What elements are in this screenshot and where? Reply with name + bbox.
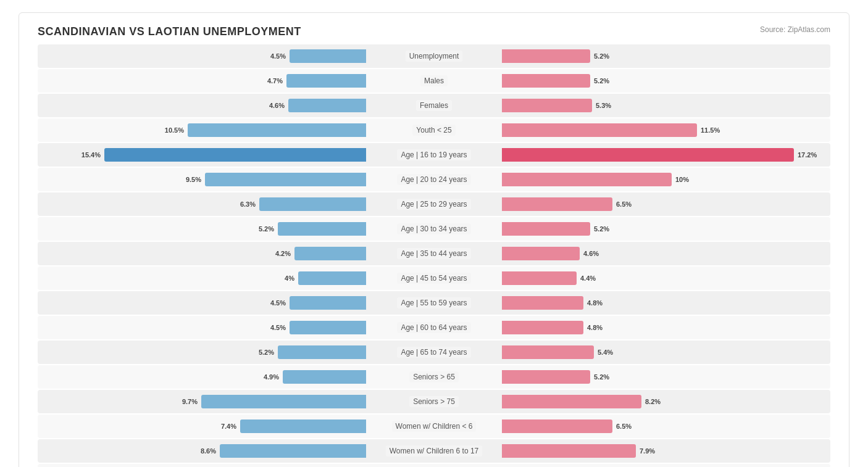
right-value: 4.8% [583, 299, 603, 307]
right-value: 17.2% [794, 151, 817, 159]
right-value: 5.2% [590, 77, 609, 85]
laotian-bar [502, 345, 594, 359]
scandinavian-bar [286, 74, 366, 88]
row-label: Youth < 25 [412, 125, 455, 136]
center-label-wrap: Women w/ Children < 6 [366, 421, 502, 432]
center-label-wrap: Age | 60 to 64 years [366, 322, 502, 333]
row-inner: 4% Age | 45 to 54 years 4.4% [38, 268, 830, 288]
center-label-wrap: Age | 25 to 29 years [366, 199, 502, 210]
left-value: 4.7% [267, 77, 286, 85]
center-label-wrap: Age | 16 to 19 years [366, 149, 502, 160]
row-label: Women w/ Children 6 to 17 [386, 445, 483, 457]
left-value: 5.2% [259, 225, 278, 233]
left-area: 7.4% [38, 416, 366, 436]
row-label: Seniors > 75 [409, 396, 459, 407]
right-value: 4.6% [580, 250, 599, 257]
right-area: 4.8% [502, 293, 830, 313]
row-inner: 4.2% Age | 35 to 44 years 4.6% [38, 244, 830, 263]
table-row: 4.7% Males 5.2% [38, 69, 830, 93]
center-label-wrap: Age | 30 to 34 years [366, 223, 502, 234]
left-area: 4.6% [38, 96, 366, 115]
table-row: 4.2% Age | 35 to 44 years 4.6% [38, 242, 830, 265]
left-area: 5.2% [38, 342, 366, 362]
right-area: 5.2% [502, 71, 830, 91]
left-area: 4.5% [38, 293, 366, 313]
table-row: 5.2% Age | 30 to 34 years 5.2% [38, 217, 830, 241]
right-value: 7.9% [636, 447, 655, 455]
table-row: 4.5% Age | 60 to 64 years 4.8% [38, 316, 830, 339]
row-inner: 4.6% Females 5.3% [38, 96, 830, 115]
center-label-wrap: Age | 65 to 74 years [366, 347, 502, 358]
scandinavian-bar [294, 247, 366, 260]
table-row: 4.9% Seniors > 65 5.2% [38, 365, 830, 389]
row-label: Age | 45 to 54 years [397, 273, 470, 284]
scandinavian-bar [278, 345, 366, 359]
left-area: 4.5% [38, 46, 366, 66]
center-label-wrap: Seniors > 65 [366, 371, 502, 382]
scandinavian-bar [288, 99, 366, 112]
table-row: 4.6% Females 5.3% [38, 94, 830, 117]
right-area: 5.3% [502, 96, 830, 115]
row-inner: 4.9% Seniors > 65 5.2% [38, 367, 830, 387]
center-label-wrap: Age | 45 to 54 years [366, 273, 502, 284]
table-row: 4.5% Age | 55 to 59 years 4.8% [38, 291, 830, 315]
right-area: 17.2% [502, 145, 830, 165]
row-inner: 5.2% Age | 30 to 34 years 5.2% [38, 219, 830, 239]
center-label-wrap: Seniors > 75 [366, 396, 502, 407]
left-value: 4.5% [270, 324, 290, 331]
row-inner: 9.7% Seniors > 75 8.2% [38, 392, 830, 411]
scandinavian-bar [205, 173, 366, 186]
right-value: 5.2% [590, 225, 609, 233]
right-area: 8.2% [502, 392, 830, 411]
left-value: 15.4% [81, 151, 104, 159]
scandinavian-bar [240, 419, 366, 433]
scandinavian-bar [201, 395, 366, 408]
scandinavian-bar [220, 444, 366, 458]
row-inner: 15.4% Age | 16 to 19 years 17.2% [38, 145, 830, 165]
row-label: Age | 20 to 24 years [397, 174, 470, 185]
left-value: 4.9% [264, 373, 283, 381]
right-value: 6.5% [612, 423, 632, 430]
center-label-wrap: Age | 35 to 44 years [366, 248, 502, 259]
laotian-bar [502, 222, 590, 236]
row-inner: 9.5% Age | 20 to 24 years 10% [38, 170, 830, 189]
right-value: 4.4% [577, 275, 596, 282]
laotian-bar [502, 74, 590, 88]
right-area: 4.6% [502, 244, 830, 263]
scandinavian-bar [188, 123, 366, 137]
left-value: 4.6% [269, 102, 288, 109]
right-area: 5.2% [502, 46, 830, 66]
right-value: 5.2% [590, 52, 609, 60]
laotian-bar [502, 99, 592, 112]
laotian-bar [502, 49, 590, 63]
row-label: Unemployment [406, 51, 463, 62]
table-row: 4.5% Unemployment 5.2% [38, 44, 830, 68]
right-value: 6.5% [612, 200, 632, 208]
left-area: 5.2% [38, 219, 366, 239]
row-inner: 4.7% Males 5.2% [38, 71, 830, 91]
left-value: 9.7% [182, 398, 201, 405]
row-label: Age | 35 to 44 years [397, 248, 470, 259]
scandinavian-bar [278, 222, 366, 236]
table-row: 7.4% Women w/ Children < 6 6.5% [38, 415, 830, 438]
right-area: 5.2% [502, 219, 830, 239]
right-area: 5.2% [502, 367, 830, 387]
row-label: Females [416, 100, 452, 111]
left-area: 15.4% [38, 145, 366, 165]
left-area: 4.9% [38, 367, 366, 387]
laotian-bar [502, 444, 636, 458]
right-value: 11.5% [697, 126, 720, 134]
right-area: 4.4% [502, 268, 830, 288]
table-row: 10.5% Youth < 25 11.5% [38, 118, 830, 142]
center-label-wrap: Males [366, 75, 502, 86]
row-inner: 4.5% Age | 55 to 59 years 4.8% [38, 293, 830, 313]
center-label-wrap: Females [366, 100, 502, 111]
row-inner: 10.5% Youth < 25 11.5% [38, 120, 830, 140]
row-inner: 8.6% Women w/ Children 6 to 17 7.9% [38, 441, 830, 461]
row-inner: 4.5% Unemployment 5.2% [38, 46, 830, 66]
right-value: 10% [672, 176, 689, 183]
scandinavian-bar [259, 197, 366, 211]
left-value: 4.5% [270, 52, 290, 60]
right-value: 8.2% [641, 398, 661, 405]
laotian-bar [502, 395, 641, 408]
